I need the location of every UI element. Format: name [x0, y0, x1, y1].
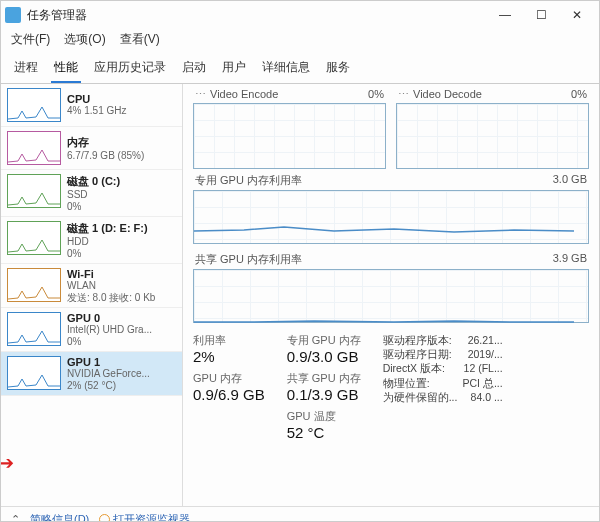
pointer-arrow-icon: ➔	[1, 452, 14, 474]
stat-value: 2%	[193, 348, 265, 365]
info-key: 驱动程序版本:	[383, 333, 452, 347]
sparkline	[7, 312, 61, 346]
chevron-icon[interactable]: ⌃	[11, 513, 20, 522]
tab-4[interactable]: 用户	[219, 56, 249, 83]
resource-sub: 4% 1.51 GHz	[67, 105, 126, 117]
resource-sub: Intel(R) UHD Gra...	[67, 324, 152, 336]
info-col: 驱动程序版本:26.21...驱动程序日期:2019/...DirectX 版本…	[383, 333, 503, 441]
stat-value: 0.9/3.0 GB	[287, 348, 361, 365]
tab-5[interactable]: 详细信息	[259, 56, 313, 83]
info-key: DirectX 版本:	[383, 361, 445, 375]
graph-right: 0%	[368, 88, 384, 101]
sparkline	[7, 221, 61, 255]
window-title: 任务管理器	[27, 7, 87, 24]
resource-sub: NVIDIA GeForce...	[67, 368, 150, 380]
menu-file[interactable]: 文件(F)	[11, 31, 50, 48]
graph-label[interactable]: Video Encode	[195, 88, 278, 101]
info-row: 驱动程序日期:2019/...	[383, 347, 503, 361]
main: ➔ CPU4% 1.51 GHz内存6.7/7.9 GB (85%)磁盘 0 (…	[1, 84, 599, 506]
sidebar-item-0[interactable]: CPU4% 1.51 GHz	[1, 84, 182, 127]
app-icon	[5, 7, 21, 23]
resource-sub: SSD	[67, 189, 120, 201]
resource-sub: 0%	[67, 336, 152, 348]
resource-sub: 0%	[67, 248, 148, 260]
info-row: 物理位置:PCI 总...	[383, 376, 503, 390]
open-resource-monitor-link[interactable]: 打开资源监视器	[99, 512, 190, 522]
resource-name: Wi-Fi	[67, 268, 155, 280]
sidebar-item-2[interactable]: 磁盘 0 (C:)SSD0%	[1, 170, 182, 217]
resource-name: 磁盘 0 (C:)	[67, 174, 120, 189]
resource-name: GPU 1	[67, 356, 150, 368]
open-resource-monitor-label: 打开资源监视器	[113, 513, 190, 522]
brief-info-link[interactable]: 简略信息(D)	[30, 512, 89, 522]
sidebar-item-3[interactable]: 磁盘 1 (D: E: F:)HDD0%	[1, 217, 182, 264]
sparkline	[7, 131, 61, 165]
resource-sub: 0%	[67, 201, 120, 213]
minimize-button[interactable]: —	[487, 1, 523, 29]
graph-0: Video Encode0%	[193, 88, 386, 169]
resource-name: 磁盘 1 (D: E: F:)	[67, 221, 148, 236]
tab-1[interactable]: 性能	[51, 56, 81, 83]
titlebar: 任务管理器 — ☐ ✕	[1, 1, 599, 29]
graph-right: 0%	[571, 88, 587, 101]
wide-graph-right: 3.0 GB	[553, 173, 587, 188]
stat-label: 共享 GPU 内存	[287, 371, 361, 386]
tabbar: 进程性能应用历史记录启动用户详细信息服务	[1, 52, 599, 84]
menubar: 文件(F) 选项(O) 查看(V)	[1, 29, 599, 52]
info-row: 为硬件保留的...84.0 ...	[383, 390, 503, 404]
maximize-button[interactable]: ☐	[523, 1, 559, 29]
info-key: 驱动程序日期:	[383, 347, 452, 361]
sparkline	[7, 174, 61, 208]
info-val: 84.0 ...	[471, 390, 503, 404]
wide-graph-label: 共享 GPU 内存利用率	[195, 252, 302, 267]
stat-value: 0.9/6.9 GB	[193, 386, 265, 403]
wide-graph-right: 3.9 GB	[553, 252, 587, 267]
tab-0[interactable]: 进程	[11, 56, 41, 83]
menu-view[interactable]: 查看(V)	[120, 31, 160, 48]
stats-row: 利用率 2% GPU 内存 0.9/6.9 GB 专用 GPU 内存 0.9/3…	[193, 333, 589, 441]
stat-value: 0.1/3.9 GB	[287, 386, 361, 403]
info-row: 驱动程序版本:26.21...	[383, 333, 503, 347]
info-val: 12 (FL...	[464, 361, 503, 375]
info-key: 为硬件保留的...	[383, 390, 458, 404]
stats-col-1: 利用率 2% GPU 内存 0.9/6.9 GB	[193, 333, 265, 441]
stats-col-2: 专用 GPU 内存 0.9/3.0 GB 共享 GPU 内存 0.1/3.9 G…	[287, 333, 361, 441]
tab-2[interactable]: 应用历史记录	[91, 56, 169, 83]
resource-sub: 2% (52 °C)	[67, 380, 150, 392]
sparkline	[7, 356, 61, 390]
tab-6[interactable]: 服务	[323, 56, 353, 83]
wide-graphs: 专用 GPU 内存利用率3.0 GB共享 GPU 内存利用率3.9 GB	[193, 169, 589, 323]
info-val: 26.21...	[468, 333, 503, 347]
menu-options[interactable]: 选项(O)	[64, 31, 105, 48]
graph-label[interactable]: Video Decode	[398, 88, 482, 101]
sparkline	[7, 268, 61, 302]
resource-name: GPU 0	[67, 312, 152, 324]
sidebar-item-6[interactable]: GPU 1NVIDIA GeForce...2% (52 °C)	[1, 352, 182, 396]
wide-graph-label: 专用 GPU 内存利用率	[195, 173, 302, 188]
resource-name: 内存	[67, 135, 144, 150]
stat-label: 利用率	[193, 333, 265, 348]
sidebar-item-4[interactable]: Wi-FiWLAN发送: 8.0 接收: 0 Kb	[1, 264, 182, 308]
sparkline	[7, 88, 61, 122]
resource-sub: 6.7/7.9 GB (85%)	[67, 150, 144, 162]
tab-3[interactable]: 启动	[179, 56, 209, 83]
resource-sub: 发送: 8.0 接收: 0 Kb	[67, 292, 155, 304]
resource-sub: WLAN	[67, 280, 155, 292]
stat-label: GPU 内存	[193, 371, 265, 386]
sidebar-item-5[interactable]: GPU 0Intel(R) UHD Gra...0%	[1, 308, 182, 352]
wide-graph-canvas	[193, 269, 589, 323]
graph-canvas	[396, 103, 589, 169]
graph-canvas	[193, 103, 386, 169]
detail-pane: Video Encode0%Video Decode0% 专用 GPU 内存利用…	[183, 84, 599, 506]
info-row: DirectX 版本:12 (FL...	[383, 361, 503, 375]
close-button[interactable]: ✕	[559, 1, 595, 29]
stat-label: 专用 GPU 内存	[287, 333, 361, 348]
graph-1: Video Decode0%	[396, 88, 589, 169]
sidebar-item-1[interactable]: 内存6.7/7.9 GB (85%)	[1, 127, 182, 170]
info-val: 2019/...	[468, 347, 503, 361]
wide-graph-canvas	[193, 190, 589, 244]
monitor-icon	[99, 514, 110, 522]
info-val: PCI 总...	[462, 376, 502, 390]
resource-sub: HDD	[67, 236, 148, 248]
resource-name: CPU	[67, 93, 126, 105]
